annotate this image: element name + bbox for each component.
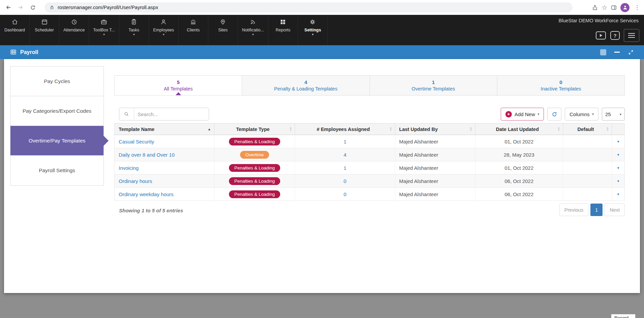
nav-item-employees[interactable]: Employees ▾ [149,15,179,45]
template-type-badge: Penalties & Loading [229,190,280,198]
nav-item-attendance[interactable]: Attendance [59,15,89,45]
minimize-icon[interactable] [614,52,620,53]
browser-back-button[interactable] [3,2,14,13]
side-panel-button[interactable] [611,4,617,11]
profile-avatar[interactable] [620,3,630,12]
column-header-default[interactable]: Default ▲▼ [563,124,612,135]
template-name-link[interactable]: Ordinary hours [119,178,152,184]
expand-fullscreen-icon[interactable] [628,49,634,55]
template-name-link[interactable]: Daily over 8 and Over 10 [119,152,175,158]
bookmark-star-icon[interactable]: ☆ [602,4,607,11]
default-cell [563,135,612,148]
video-icon [595,31,606,40]
row-actions-dropdown[interactable]: ▾ [612,188,624,201]
restore-window-button[interactable] [600,49,606,55]
tab-overtime-templates[interactable]: 1 Overtime Templates [370,75,497,96]
add-new-button[interactable]: + Add New ▾ [501,108,544,121]
default-cell [563,161,612,174]
browser-reload-button[interactable] [27,2,38,13]
employees-assigned-link[interactable]: 0 [344,178,346,184]
table-row: Ordinary weekday hours Penalties & Loadi… [115,188,624,201]
current-page-button[interactable]: 1 [590,204,603,216]
back-arrow-icon [5,4,12,11]
row-actions-dropdown[interactable]: ▾ [612,175,624,187]
tasks-icon [130,19,137,25]
previous-page-button[interactable]: Previous [559,204,588,216]
address-bar[interactable]: rostersmanager.com/Payroll/User/Payroll.… [45,2,573,12]
employees-assigned-link[interactable]: 1 [344,165,346,171]
help-button[interactable]: ? [610,31,620,40]
employees-assigned-link[interactable]: 1 [344,139,346,144]
browser-forward-button[interactable] [15,2,26,13]
template-name-link[interactable]: Casual Security [119,139,154,144]
search-input[interactable] [134,108,209,120]
browser-menu-icon[interactable]: ⋮ [633,5,641,10]
row-actions-dropdown[interactable]: ▾ [612,161,624,174]
sidebar-item-payroll-settings[interactable]: Payroll Settings [10,156,104,185]
last-updated-by-cell: Majed Alshanteer [395,175,475,187]
brand-text: BlueStar DEMO WorkForce Services [559,18,639,23]
template-name-link[interactable]: Invoicing [119,165,139,171]
next-page-button[interactable]: Next [605,204,625,216]
table-header-row: Template Name ▲ Template Type ▲▼ # Emplo… [115,124,624,135]
table-row: Daily over 8 and Over 10 Overtime 4 Maje… [115,148,624,161]
window-controls [600,49,634,55]
column-header-label: Default [578,127,594,132]
tab-penalty-loading-templates[interactable]: 4 Penalty & Loading Templates [242,75,370,96]
nav-item-tasks[interactable]: Tasks ▾ [119,15,149,45]
sidebar-item-pay-cycles[interactable]: Pay Cycles [10,67,104,96]
record-tooltip: Record... [611,314,636,318]
column-header-label: Template Type [236,127,269,132]
sidebar-item-overtime-pay-templates[interactable]: Overtime/Pay Templates [10,126,104,156]
video-tutorials-button[interactable] [595,31,606,40]
column-header-employees-assigned[interactable]: # Employees Assigned ▲▼ [295,124,395,135]
column-header-label: Template Name [119,127,154,132]
settings-gear-icon [309,19,316,25]
sidebar-item-pay-categories[interactable]: Pay Categories/Export Codes [10,96,104,126]
column-header-template-type[interactable]: Template Type ▲▼ [214,124,295,135]
employees-assigned-link[interactable]: 4 [344,152,346,158]
columns-button[interactable]: Columns ▾ [565,108,598,121]
column-header-date-last-updated[interactable]: Date Last Updated ▲▼ [475,124,563,135]
nav-item-settings[interactable]: Settings ▾ [298,15,328,45]
payroll-grid-icon [10,49,17,55]
row-actions-dropdown[interactable]: ▾ [612,135,624,148]
nav-item-notifications[interactable]: Notificatio... ▾ [238,15,268,45]
nav-item-reports[interactable]: Reports [268,15,298,45]
question-mark-icon: ? [613,33,616,38]
default-cell [563,175,612,187]
entries-summary: Showing 1 to 5 of 5 entries [119,208,183,213]
nav-item-dashboard[interactable]: Dashboard [0,15,30,45]
column-header-label: # Employees Assigned [317,127,370,132]
refresh-button[interactable] [547,108,561,121]
main-navigation: Dashboard Scheduler Attendance ToolBox T… [0,15,644,45]
menu-toggle-button[interactable] [624,29,639,42]
page-size-select[interactable]: 25 ▾ [602,108,625,121]
tab-label: Inactive Templates [540,86,581,91]
tab-count: 1 [432,79,435,85]
search-group [119,108,209,121]
sidebar-item-label: Payroll Settings [39,167,75,174]
reports-grid-icon [280,19,286,25]
column-header-template-name[interactable]: Template Name ▲ [115,124,214,135]
browser-chrome: rostersmanager.com/Payroll/User/Payroll.… [0,0,644,15]
tab-inactive-templates[interactable]: 0 Inactive Templates [497,75,625,96]
nav-item-toolbox[interactable]: ToolBox T... ▾ [89,15,119,45]
nav-item-scheduler[interactable]: Scheduler [30,15,59,45]
share-button[interactable] [592,4,598,11]
plus-icon: + [505,111,512,117]
column-header-last-updated-by[interactable]: Last Updated By ▲▼ [395,124,475,135]
share-icon [592,4,598,11]
toolbox-icon [100,19,107,25]
nav-item-sites[interactable]: Sites [208,15,238,45]
page-title: Payroll [20,49,38,55]
employees-assigned-link[interactable]: 0 [344,191,346,197]
nav-item-clients[interactable]: Clients [179,15,208,45]
template-name-link[interactable]: Ordinary weekday hours [119,191,174,197]
tab-all-templates[interactable]: 5 All Templates [114,75,242,96]
chevron-down-icon: ▾ [252,33,254,36]
column-header-actions [612,124,624,135]
column-header-label: Date Last Updated [496,127,539,132]
row-actions-dropdown[interactable]: ▾ [612,148,624,161]
nav-tools: ? [595,29,639,42]
